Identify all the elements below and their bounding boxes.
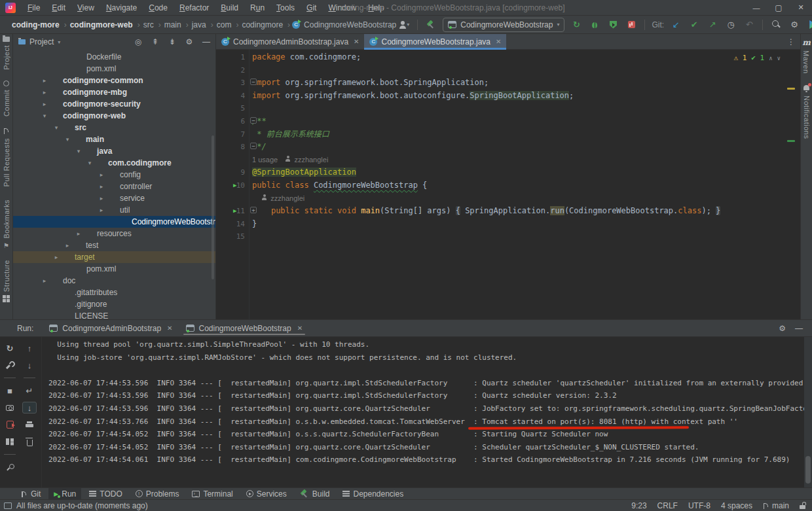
restore-layout-icon[interactable] — [3, 436, 17, 448]
tool-window-toggle-icon[interactable] — [4, 502, 12, 509]
run-tab[interactable]: CodingmoreWebBootstrap ✕ — [179, 320, 310, 336]
menu-item[interactable]: View — [72, 1, 100, 14]
stripe-tab-commit[interactable]: Commit — [3, 80, 10, 116]
menu-item[interactable]: Navigate — [101, 1, 142, 14]
tool-window-button[interactable]: ▶ Run — [48, 488, 81, 500]
editor-tab[interactable]: C CodingmoreWebBootstrap.java ✕ — [364, 34, 506, 49]
tree-row[interactable]: Dockerfile — [13, 51, 215, 63]
caret-position[interactable]: 9:23 — [631, 501, 646, 510]
file-encoding[interactable]: UTF-8 — [688, 501, 710, 510]
soft-wrap-button[interactable]: ↵ — [22, 385, 37, 396]
menu-item[interactable]: Git — [301, 1, 322, 14]
stripe-tab-structure[interactable]: Structure — [3, 260, 10, 302]
tab-close-icon[interactable]: ✕ — [496, 38, 501, 45]
prev-occurrence-button[interactable]: ↑ — [22, 342, 37, 354]
hide-run-panel-button[interactable]: — — [795, 324, 803, 333]
rerun-button[interactable]: ↻ — [570, 18, 583, 31]
tree-row[interactable]: ▸ codingmore-common — [13, 75, 215, 86]
tree-row[interactable]: CodingmoreWebBootstrap — [13, 216, 215, 228]
close-button[interactable]: ✕ — [790, 0, 812, 15]
next-problem-icon[interactable]: ∨ — [777, 55, 781, 62]
fold-marker-icon[interactable]: − — [250, 117, 257, 124]
tree-row[interactable]: ▸ config — [13, 169, 215, 181]
tree-row[interactable]: ▸ target — [13, 251, 215, 263]
breadcrumb-item[interactable]: java — [191, 20, 208, 29]
fold-marker-icon[interactable]: − — [250, 79, 257, 85]
git-push-button[interactable]: ↗ — [706, 18, 719, 31]
tree-row[interactable]: ▸ util — [13, 204, 215, 216]
breadcrumb-item[interactable]: codingmore-web — [69, 20, 134, 29]
tab-close-icon[interactable]: ✕ — [297, 325, 303, 332]
tool-window-button[interactable]: Dependencies — [337, 488, 409, 500]
tree-row[interactable]: .gitignore — [13, 298, 215, 310]
tree-chevron-icon[interactable]: ▾ — [62, 136, 73, 143]
code-line[interactable]: 6−/** — [216, 115, 800, 128]
menu-item[interactable]: Tools — [271, 1, 300, 14]
code-line[interactable]: 4import org.springframework.boot.autocon… — [216, 90, 800, 103]
run-settings-gear-icon[interactable]: ⚙ — [779, 324, 786, 333]
inspections-widget[interactable]: ⚠ 1 ✔ 1 ∧ ∨ — [733, 54, 781, 62]
print-button[interactable] — [22, 419, 37, 431]
tool-window-button[interactable]: ! Problems — [130, 488, 185, 500]
next-occurrence-button[interactable]: ↓ — [22, 359, 37, 371]
tree-chevron-icon[interactable]: ▾ — [39, 113, 50, 119]
editor-tab[interactable]: C CodingmoreAdminBootstrap.java ✕ — [216, 34, 364, 49]
maximize-button[interactable]: ▢ — [767, 0, 790, 15]
tree-chevron-icon[interactable]: ▸ — [96, 171, 107, 178]
tree-row[interactable]: LICENSE — [13, 310, 215, 319]
breadcrumb-item[interactable]: com — [215, 20, 233, 29]
code-line[interactable]: 1package com.codingmore; — [216, 51, 800, 64]
git-update-button[interactable]: ↙ — [669, 18, 682, 31]
thread-dump-camera-icon[interactable] — [3, 402, 17, 414]
tree-row[interactable]: ▸ controller — [13, 181, 215, 192]
tree-row[interactable]: ▸ codingmore-mbg — [13, 86, 215, 98]
tree-chevron-icon[interactable]: ▸ — [39, 77, 50, 84]
rollback-button[interactable]: ↶ — [743, 18, 756, 31]
code-line[interactable]: 15 — [216, 230, 800, 243]
code-line[interactable]: 3−import org.springframework.boot.Spring… — [216, 77, 800, 90]
project-view-select[interactable]: Project ▾ — [18, 37, 60, 46]
menu-item[interactable]: Build — [215, 1, 244, 14]
minimize-button[interactable]: — — [745, 0, 767, 15]
prev-problem-icon[interactable]: ∧ — [769, 55, 772, 62]
vcs-status-text[interactable]: All files are up-to-date (moments ago) — [16, 501, 148, 510]
collapse-all-button[interactable]: ⇟ — [167, 37, 177, 46]
menu-item[interactable]: File — [22, 1, 45, 14]
scroll-to-end-button[interactable]: ↓ — [22, 402, 37, 414]
exit-icon[interactable] — [3, 419, 17, 431]
users-icon[interactable]: ▾ — [397, 18, 411, 31]
stripe-tab-maven[interactable]: m Maven — [802, 38, 811, 74]
editor-tabs-more-icon[interactable]: ⋮ — [782, 34, 800, 50]
clear-console-trash-icon[interactable] — [22, 436, 37, 448]
tree-chevron-icon[interactable]: ▸ — [73, 230, 84, 237]
tab-close-icon[interactable]: ✕ — [167, 325, 172, 332]
tool-window-button[interactable]: ›_ Terminal — [187, 488, 238, 500]
plugin-logo-icon[interactable] — [806, 18, 812, 31]
tree-chevron-icon[interactable]: ▸ — [96, 183, 107, 190]
code-line[interactable]: 2 — [216, 64, 800, 77]
stop-button[interactable]: ■ — [3, 385, 17, 396]
history-icon[interactable]: ◷ — [724, 18, 737, 31]
breadcrumb-item[interactable]: CodingmoreWebBootstrap — [303, 20, 397, 29]
tree-row[interactable]: pom.xml — [13, 63, 215, 75]
error-stripe-vcs-mark[interactable] — [787, 140, 795, 142]
code-line[interactable]: 11+▶ public static void main(String[] ar… — [216, 205, 800, 218]
pin-tab-icon[interactable] — [3, 461, 17, 473]
settings-gear-icon[interactable]: ⚙ — [788, 18, 801, 31]
tree-chevron-icon[interactable]: ▸ — [50, 254, 62, 260]
breadcrumb-item[interactable]: codingmore — [240, 20, 284, 29]
code-editor[interactable]: 1package com.codingmore;23−import org.sp… — [216, 50, 800, 319]
tree-row[interactable]: ▾ com.codingmore — [13, 157, 215, 169]
project-scrollbar[interactable] — [212, 135, 214, 279]
git-branch-widget[interactable]: main — [763, 501, 789, 510]
fold-marker-icon[interactable]: − — [250, 143, 257, 149]
menu-item[interactable]: Edit — [46, 1, 71, 14]
tree-row[interactable]: ▾ java — [13, 145, 215, 157]
coverage-button[interactable] — [606, 18, 619, 31]
debug-button[interactable] — [588, 18, 601, 31]
search-icon[interactable] — [769, 18, 783, 31]
rerun-button[interactable]: ↻ — [3, 342, 17, 354]
tree-row[interactable]: ▾ src — [13, 122, 215, 133]
tree-chevron-icon[interactable]: ▸ — [96, 207, 107, 213]
menu-item[interactable]: Refactor — [174, 1, 214, 14]
